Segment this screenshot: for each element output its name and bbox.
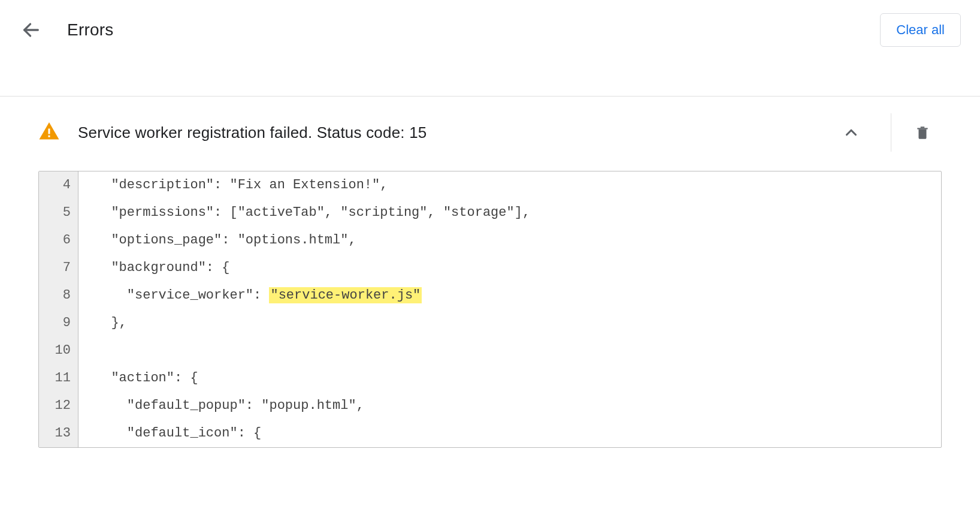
code-text: "background": { (78, 254, 941, 282)
code-text: "service_worker": "service-worker.js" (78, 282, 941, 309)
code-text (78, 337, 941, 365)
error-message: Service worker registration failed. Stat… (78, 124, 427, 142)
line-number: 5 (39, 199, 78, 227)
code-line: 13 "default_icon": { (39, 420, 941, 447)
code-text: }, (78, 309, 941, 337)
error-summary-row: Service worker registration failed. Stat… (38, 97, 942, 168)
line-number: 10 (39, 337, 78, 365)
code-text: "options_page": "options.html", (78, 227, 941, 254)
vertical-divider (891, 113, 891, 152)
code-text: "default_icon": { (78, 420, 941, 447)
content-area: Service worker registration failed. Stat… (0, 97, 980, 472)
line-number: 6 (39, 227, 78, 254)
line-number: 13 (39, 420, 78, 447)
svg-rect-1 (49, 129, 50, 134)
code-line: 8 "service_worker": "service-worker.js" (39, 282, 941, 309)
code-line: 7 "background": { (39, 254, 941, 282)
warning-icon (38, 121, 60, 144)
line-number: 12 (39, 392, 78, 420)
page-header: Errors Clear all (0, 0, 980, 60)
back-button[interactable] (17, 16, 46, 44)
code-text: "description": "Fix an Extension!", (78, 171, 941, 199)
arrow-left-icon (21, 20, 41, 40)
code-line: 9 }, (39, 309, 941, 337)
code-line: 11 "action": { (39, 365, 941, 392)
code-line: 5 "permissions": ["activeTab", "scriptin… (39, 199, 941, 227)
line-number: 7 (39, 254, 78, 282)
delete-error-button[interactable] (908, 118, 937, 147)
line-number: 11 (39, 365, 78, 392)
svg-rect-2 (49, 135, 50, 137)
line-number: 9 (39, 309, 78, 337)
page-title: Errors (67, 20, 113, 40)
line-number: 8 (39, 282, 78, 309)
code-text: "action": { (78, 365, 941, 392)
code-line: 6 "options_page": "options.html", (39, 227, 941, 254)
clear-all-button[interactable]: Clear all (880, 13, 961, 47)
chevron-up-icon (842, 124, 860, 141)
code-line: 4 "description": "Fix an Extension!", (39, 171, 941, 199)
trash-icon (915, 125, 930, 140)
collapse-button[interactable] (837, 118, 866, 147)
code-line: 12 "default_popup": "popup.html", (39, 392, 941, 420)
code-snippet: 4 "description": "Fix an Extension!", 5 … (38, 171, 942, 448)
line-number: 4 (39, 171, 78, 199)
code-text: "permissions": ["activeTab", "scripting"… (78, 199, 941, 227)
code-line: 10 (39, 337, 941, 365)
code-text: "default_popup": "popup.html", (78, 392, 941, 420)
